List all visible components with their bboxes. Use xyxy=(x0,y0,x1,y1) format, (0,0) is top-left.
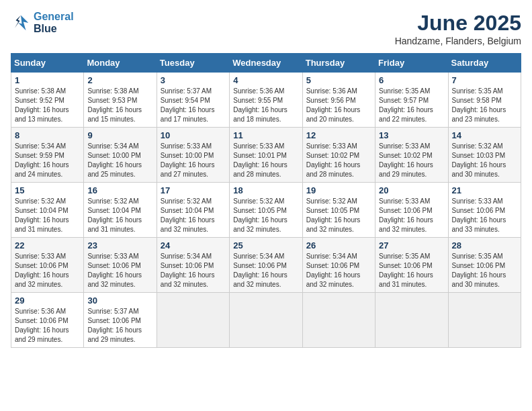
logo-icon xyxy=(11,13,31,33)
title-area: June 2025 Handzame, Flanders, Belgium xyxy=(395,11,521,46)
col-saturday: Saturday xyxy=(448,54,521,73)
day-detail: Sunrise: 5:33 AM Sunset: 10:00 PM Daylig… xyxy=(161,142,226,179)
calendar-cell: 6 Sunrise: 5:35 AM Sunset: 9:57 PM Dayli… xyxy=(375,73,448,128)
day-detail: Sunrise: 5:35 AM Sunset: 9:58 PM Dayligh… xyxy=(452,87,517,124)
calendar-week-row: 22 Sunrise: 5:33 AM Sunset: 10:06 PM Day… xyxy=(11,238,521,293)
calendar-cell xyxy=(375,293,448,348)
day-detail: Sunrise: 5:37 AM Sunset: 9:54 PM Dayligh… xyxy=(161,87,226,124)
calendar-cell xyxy=(157,293,229,348)
day-number: 3 xyxy=(161,75,226,85)
day-number: 15 xyxy=(15,185,80,195)
calendar-week-row: 8 Sunrise: 5:34 AM Sunset: 9:59 PM Dayli… xyxy=(11,128,521,183)
day-number: 27 xyxy=(379,240,444,250)
calendar-table: Sunday Monday Tuesday Wednesday Thursday… xyxy=(11,53,521,348)
day-detail: Sunrise: 5:32 AM Sunset: 10:04 PM Daylig… xyxy=(87,197,152,234)
day-detail: Sunrise: 5:33 AM Sunset: 10:02 PM Daylig… xyxy=(306,142,371,179)
calendar-cell: 28 Sunrise: 5:35 AM Sunset: 10:06 PM Day… xyxy=(448,238,521,293)
page-header: General Blue June 2025 Handzame, Flander… xyxy=(11,11,521,46)
calendar-cell: 22 Sunrise: 5:33 AM Sunset: 10:06 PM Day… xyxy=(11,238,84,293)
calendar-cell: 29 Sunrise: 5:36 AM Sunset: 10:06 PM Day… xyxy=(11,293,84,348)
day-detail: Sunrise: 5:34 AM Sunset: 10:06 PM Daylig… xyxy=(306,252,371,289)
day-detail: Sunrise: 5:34 AM Sunset: 10:00 PM Daylig… xyxy=(87,142,152,179)
calendar-cell: 18 Sunrise: 5:32 AM Sunset: 10:05 PM Day… xyxy=(230,183,302,238)
calendar-cell: 17 Sunrise: 5:32 AM Sunset: 10:04 PM Day… xyxy=(157,183,229,238)
calendar-week-row: 29 Sunrise: 5:36 AM Sunset: 10:06 PM Day… xyxy=(11,293,521,348)
day-number: 18 xyxy=(233,185,298,195)
day-number: 26 xyxy=(306,240,371,250)
day-number: 16 xyxy=(87,185,152,195)
calendar-cell: 13 Sunrise: 5:33 AM Sunset: 10:02 PM Day… xyxy=(375,128,448,183)
calendar-cell: 27 Sunrise: 5:35 AM Sunset: 10:06 PM Day… xyxy=(375,238,448,293)
calendar-cell: 10 Sunrise: 5:33 AM Sunset: 10:00 PM Day… xyxy=(157,128,229,183)
day-number: 23 xyxy=(87,240,152,250)
day-number: 30 xyxy=(87,295,152,306)
calendar-cell: 4 Sunrise: 5:36 AM Sunset: 9:55 PM Dayli… xyxy=(230,73,302,128)
day-detail: Sunrise: 5:32 AM Sunset: 10:05 PM Daylig… xyxy=(306,197,371,234)
day-detail: Sunrise: 5:36 AM Sunset: 9:56 PM Dayligh… xyxy=(306,87,371,124)
calendar-cell: 5 Sunrise: 5:36 AM Sunset: 9:56 PM Dayli… xyxy=(302,73,375,128)
day-detail: Sunrise: 5:35 AM Sunset: 10:06 PM Daylig… xyxy=(452,252,517,289)
month-title: June 2025 xyxy=(395,11,521,36)
day-detail: Sunrise: 5:33 AM Sunset: 10:06 PM Daylig… xyxy=(15,252,80,289)
day-number: 1 xyxy=(15,75,80,85)
day-number: 10 xyxy=(161,130,226,140)
day-number: 13 xyxy=(379,130,444,140)
calendar-cell: 25 Sunrise: 5:34 AM Sunset: 10:06 PM Day… xyxy=(230,238,302,293)
day-detail: Sunrise: 5:36 AM Sunset: 10:06 PM Daylig… xyxy=(15,307,80,345)
day-detail: Sunrise: 5:35 AM Sunset: 10:06 PM Daylig… xyxy=(379,252,444,289)
calendar-cell: 15 Sunrise: 5:32 AM Sunset: 10:04 PM Day… xyxy=(11,183,84,238)
svg-marker-1 xyxy=(15,15,21,28)
location-label: Handzame, Flanders, Belgium xyxy=(395,36,521,46)
calendar-cell: 7 Sunrise: 5:35 AM Sunset: 9:58 PM Dayli… xyxy=(448,73,521,128)
calendar-cell: 14 Sunrise: 5:32 AM Sunset: 10:03 PM Day… xyxy=(448,128,521,183)
day-number: 11 xyxy=(233,130,298,140)
logo-text: General Blue xyxy=(34,11,74,34)
calendar-cell: 19 Sunrise: 5:32 AM Sunset: 10:05 PM Day… xyxy=(302,183,375,238)
day-number: 14 xyxy=(452,130,517,140)
col-thursday: Thursday xyxy=(302,54,375,73)
day-number: 2 xyxy=(87,75,152,85)
day-detail: Sunrise: 5:36 AM Sunset: 9:55 PM Dayligh… xyxy=(233,87,298,124)
day-detail: Sunrise: 5:33 AM Sunset: 10:01 PM Daylig… xyxy=(233,142,298,179)
day-detail: Sunrise: 5:35 AM Sunset: 9:57 PM Dayligh… xyxy=(379,87,444,124)
calendar-cell: 3 Sunrise: 5:37 AM Sunset: 9:54 PM Dayli… xyxy=(157,73,229,128)
col-wednesday: Wednesday xyxy=(230,54,302,73)
day-number: 20 xyxy=(379,185,444,195)
day-detail: Sunrise: 5:33 AM Sunset: 10:06 PM Daylig… xyxy=(87,252,152,289)
logo: General Blue xyxy=(11,11,74,34)
day-number: 9 xyxy=(87,130,152,140)
day-number: 12 xyxy=(306,130,371,140)
day-number: 24 xyxy=(161,240,226,250)
col-tuesday: Tuesday xyxy=(157,54,229,73)
calendar-cell xyxy=(448,293,521,348)
calendar-cell: 16 Sunrise: 5:32 AM Sunset: 10:04 PM Day… xyxy=(84,183,157,238)
calendar-cell: 9 Sunrise: 5:34 AM Sunset: 10:00 PM Dayl… xyxy=(84,128,157,183)
calendar-cell: 1 Sunrise: 5:38 AM Sunset: 9:52 PM Dayli… xyxy=(11,73,84,128)
day-number: 21 xyxy=(452,185,517,195)
calendar-body: 1 Sunrise: 5:38 AM Sunset: 9:52 PM Dayli… xyxy=(11,73,521,348)
day-detail: Sunrise: 5:32 AM Sunset: 10:04 PM Daylig… xyxy=(161,197,226,234)
day-number: 6 xyxy=(379,75,444,85)
calendar-cell: 11 Sunrise: 5:33 AM Sunset: 10:01 PM Day… xyxy=(230,128,302,183)
day-detail: Sunrise: 5:33 AM Sunset: 10:06 PM Daylig… xyxy=(379,197,444,234)
calendar-cell: 23 Sunrise: 5:33 AM Sunset: 10:06 PM Day… xyxy=(84,238,157,293)
day-number: 22 xyxy=(15,240,80,250)
day-number: 29 xyxy=(15,295,80,306)
calendar-week-row: 15 Sunrise: 5:32 AM Sunset: 10:04 PM Day… xyxy=(11,183,521,238)
day-number: 4 xyxy=(233,75,298,85)
day-number: 25 xyxy=(233,240,298,250)
day-number: 28 xyxy=(452,240,517,250)
col-monday: Monday xyxy=(84,54,157,73)
day-detail: Sunrise: 5:33 AM Sunset: 10:02 PM Daylig… xyxy=(379,142,444,179)
day-detail: Sunrise: 5:32 AM Sunset: 10:03 PM Daylig… xyxy=(452,142,517,179)
day-detail: Sunrise: 5:38 AM Sunset: 9:52 PM Dayligh… xyxy=(15,87,80,124)
day-detail: Sunrise: 5:33 AM Sunset: 10:06 PM Daylig… xyxy=(452,197,517,234)
calendar-cell: 26 Sunrise: 5:34 AM Sunset: 10:06 PM Day… xyxy=(302,238,375,293)
calendar-cell: 30 Sunrise: 5:37 AM Sunset: 10:06 PM Day… xyxy=(84,293,157,348)
day-number: 17 xyxy=(161,185,226,195)
day-detail: Sunrise: 5:38 AM Sunset: 9:53 PM Dayligh… xyxy=(87,87,152,124)
calendar-header-row: Sunday Monday Tuesday Wednesday Thursday… xyxy=(11,54,521,73)
day-number: 8 xyxy=(15,130,80,140)
day-detail: Sunrise: 5:34 AM Sunset: 10:06 PM Daylig… xyxy=(233,252,298,289)
day-detail: Sunrise: 5:34 AM Sunset: 9:59 PM Dayligh… xyxy=(15,142,80,179)
